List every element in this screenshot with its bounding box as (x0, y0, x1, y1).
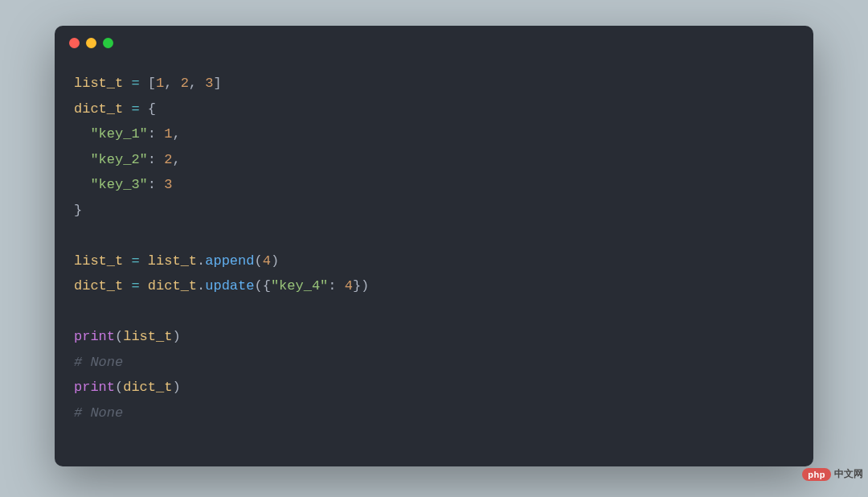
variable: dict_t (74, 101, 123, 117)
paren: ( (115, 380, 123, 395)
number: 3 (205, 76, 213, 91)
number: 1 (156, 76, 164, 91)
variable: dict_t (148, 278, 197, 294)
string: "key_2" (90, 152, 147, 167)
colon: : (148, 152, 156, 167)
variable: list_t (148, 253, 197, 269)
colon: : (328, 278, 336, 294)
operator: = (131, 101, 139, 117)
comma: , (172, 126, 180, 142)
zoom-icon[interactable] (103, 38, 113, 48)
method: update (205, 278, 254, 294)
variable: list_t (74, 76, 123, 91)
colon: : (148, 126, 156, 142)
variable: dict_t (74, 278, 123, 294)
number: 1 (164, 126, 172, 142)
paren: ) (172, 380, 180, 395)
builtin: print (74, 380, 115, 395)
variable: dict_t (123, 380, 172, 395)
brace: } (353, 278, 361, 294)
bracket: ] (213, 76, 221, 91)
string: "key_4" (271, 278, 328, 294)
number: 3 (164, 177, 172, 192)
watermark-badge: php (802, 468, 831, 481)
watermark-text: 中文网 (834, 467, 863, 481)
paren: ( (115, 329, 123, 344)
variable: list_t (123, 329, 172, 344)
minimize-icon[interactable] (86, 38, 96, 48)
method: append (205, 253, 254, 269)
comment: # None (74, 355, 123, 370)
watermark: php 中文网 (802, 467, 863, 481)
string: "key_3" (90, 177, 147, 192)
comma: , (172, 152, 180, 167)
variable: list_t (74, 253, 123, 269)
paren: ) (172, 329, 180, 344)
operator: = (131, 278, 139, 294)
number: 2 (181, 76, 189, 91)
operator: = (131, 76, 139, 91)
close-icon[interactable] (69, 38, 80, 48)
code-area: list_t = [1, 2, 3] dict_t = { "key_1": 1… (55, 60, 813, 437)
dot: . (197, 253, 205, 269)
operator: = (131, 253, 139, 269)
comma: , (164, 76, 172, 91)
brace: } (74, 203, 82, 218)
paren: ) (361, 278, 369, 294)
colon: : (148, 177, 156, 192)
builtin: print (74, 329, 115, 344)
comment: # None (74, 405, 123, 421)
titlebar (55, 26, 813, 60)
paren: ( (254, 253, 262, 269)
number: 2 (164, 152, 172, 167)
comma: , (189, 76, 197, 91)
brace: { (148, 101, 156, 117)
string: "key_1" (90, 126, 147, 142)
code-editor-window: list_t = [1, 2, 3] dict_t = { "key_1": 1… (55, 26, 813, 466)
paren: ( (254, 278, 262, 294)
dot: . (197, 278, 205, 294)
number: 4 (345, 278, 353, 294)
brace: { (263, 278, 271, 294)
number: 4 (263, 253, 271, 269)
paren: ) (271, 253, 279, 269)
bracket: [ (148, 76, 156, 91)
